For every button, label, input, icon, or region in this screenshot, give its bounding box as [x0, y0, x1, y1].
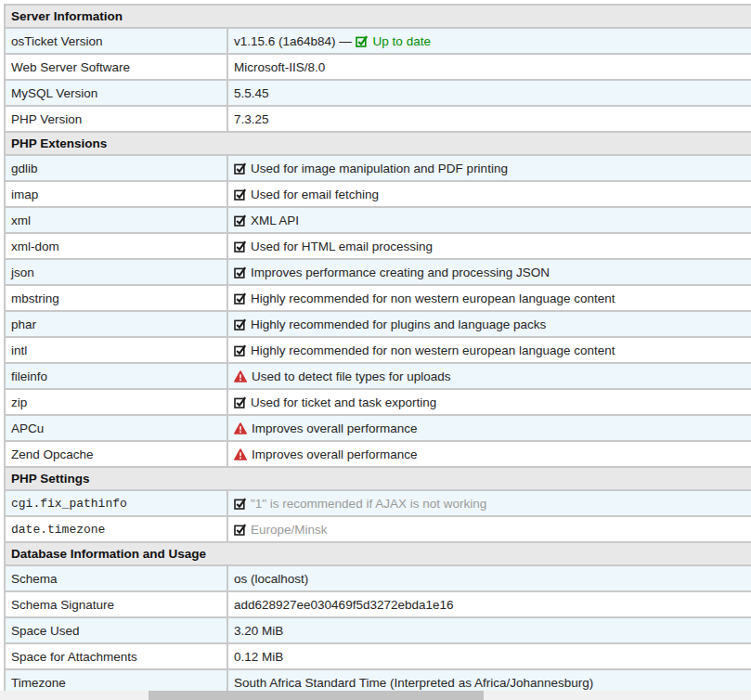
- row-value: os (localhost): [228, 566, 751, 592]
- horizontal-scrollbar-thumb[interactable]: [149, 691, 484, 700]
- row-label: cgi.fix_pathinfo: [6, 491, 228, 517]
- value-text: 0.12 MiB: [234, 650, 283, 664]
- table-row: jsonImproves performance creating and pr…: [6, 260, 751, 286]
- check-icon: [234, 214, 246, 227]
- row-label: Zend Opcache: [6, 442, 228, 468]
- table-row: gdlibUsed for image manipulation and PDF…: [6, 156, 751, 182]
- version-text: v1.15.6 (1a64b84) —: [234, 34, 352, 48]
- row-value: Europe/Minsk: [228, 517, 751, 543]
- row-label: gdlib: [6, 156, 228, 182]
- row-label: PHP Version: [6, 107, 228, 133]
- row-label: date.timezone: [6, 517, 228, 543]
- value-text: Used to detect file types for uploads: [252, 369, 451, 383]
- row-label: MySQL Version: [6, 81, 228, 107]
- table-row: MySQL Version5.5.45: [6, 81, 751, 107]
- row-value: Microsoft-IIS/8.0: [228, 55, 751, 81]
- warning-icon: [234, 448, 247, 460]
- table-row: imapUsed for email fetching: [6, 182, 751, 208]
- table-row: fileinfoUsed to detect file types for up…: [6, 364, 751, 390]
- row-label: fileinfo: [6, 364, 228, 390]
- row-value: Used for ticket and task exporting: [228, 390, 751, 416]
- check-icon: [234, 344, 246, 356]
- check-icon: [234, 497, 246, 510]
- row-value: 5.5.45: [228, 81, 751, 107]
- section-title: PHP Settings: [6, 468, 751, 491]
- check-icon: [234, 162, 246, 175]
- value-text: Improves overall performance: [252, 421, 418, 435]
- check-icon: [234, 266, 246, 279]
- table-row: intlHighly recommended for non western e…: [6, 338, 751, 364]
- table-row: Space for Attachments0.12 MiB: [6, 644, 751, 670]
- value-text: Used for ticket and task exporting: [251, 395, 436, 409]
- check-icon: [234, 395, 246, 408]
- page-content: Server InformationosTicket Versionv1.15.…: [4, 4, 751, 696]
- table-row: date.timezoneEurope/Minsk: [6, 517, 751, 543]
- warning-icon: [234, 422, 247, 434]
- check-icon: [234, 292, 246, 305]
- row-label: Space for Attachments: [6, 644, 228, 670]
- row-value: "1" is recommended if AJAX is not workin…: [228, 491, 751, 517]
- row-value: XML API: [228, 208, 751, 234]
- row-label: APCu: [6, 416, 228, 442]
- value-text: Europe/Minsk: [251, 523, 328, 537]
- table-row: Space Used3.20 MiB: [6, 618, 751, 644]
- row-label: json: [6, 260, 228, 286]
- section-header-row: PHP Extensions: [6, 133, 751, 156]
- check-icon: [234, 240, 246, 253]
- up-to-date-check-icon: [356, 34, 368, 47]
- section-header-row: Server Information: [6, 6, 751, 29]
- row-value: Highly recommended for non western europ…: [228, 286, 751, 312]
- status-text: Up to date: [373, 34, 431, 48]
- row-label: phar: [6, 312, 228, 338]
- value-text: Used for email fetching: [251, 188, 379, 201]
- row-label: mbstring: [6, 286, 228, 312]
- system-information-table: Server InformationosTicket Versionv1.15.…: [4, 4, 751, 696]
- table-row: mbstringHighly recommended for non weste…: [6, 286, 751, 312]
- value-text: Used for image manipulation and PDF prin…: [251, 162, 508, 175]
- row-label: osTicket Version: [6, 29, 228, 55]
- table-row: pharHighly recommended for plugins and l…: [6, 312, 751, 338]
- table-row: xml-domUsed for HTML email processing: [6, 234, 751, 260]
- row-label: Schema Signature: [6, 592, 228, 618]
- section-header-row: Database Information and Usage: [6, 543, 751, 566]
- table-row: APCuImproves overall performance: [6, 416, 751, 442]
- value-text: South Africa Standard Time (Interpreted …: [234, 676, 593, 690]
- row-label: zip: [6, 390, 228, 416]
- value-text: 5.5.45: [234, 86, 269, 100]
- warning-icon: [234, 370, 247, 382]
- row-label: imap: [6, 182, 228, 208]
- value-text: Highly recommended for non western europ…: [251, 344, 615, 357]
- table-row: xmlXML API: [6, 208, 751, 234]
- value-text: Improves overall performance: [252, 447, 418, 461]
- value-text: 7.3.25: [234, 112, 269, 126]
- row-value: Used to detect file types for uploads: [228, 364, 751, 390]
- row-value: Highly recommended for non western europ…: [228, 338, 751, 364]
- table-row: osTicket Versionv1.15.6 (1a64b84) — Up t…: [6, 29, 751, 55]
- row-value: Highly recommended for plugins and langu…: [228, 312, 751, 338]
- table-row: zipUsed for ticket and task exporting: [6, 390, 751, 416]
- table-row: Web Server SoftwareMicrosoft-IIS/8.0: [6, 55, 751, 81]
- row-label: Space Used: [6, 618, 228, 644]
- value-text: Improves performance creating and proces…: [251, 266, 550, 279]
- row-label: Web Server Software: [6, 55, 228, 81]
- check-icon: [234, 318, 246, 331]
- value-text: Used for HTML email processing: [251, 240, 433, 253]
- row-value: Used for email fetching: [228, 182, 751, 208]
- row-value: Used for image manipulation and PDF prin…: [228, 156, 751, 182]
- section-title: Database Information and Usage: [6, 543, 751, 566]
- value-text: add628927ee030469f5d3272ebda1e16: [234, 598, 454, 612]
- check-icon: [234, 523, 246, 536]
- table-row: cgi.fix_pathinfo"1" is recommended if AJ…: [6, 491, 751, 517]
- value-text: Highly recommended for plugins and langu…: [251, 318, 546, 331]
- table-row: Schema Signatureadd628927ee030469f5d3272…: [6, 592, 751, 618]
- section-title: PHP Extensions: [6, 133, 751, 156]
- check-icon: [234, 188, 246, 201]
- section-title: Server Information: [6, 6, 751, 29]
- value-text: os (localhost): [234, 572, 308, 586]
- value-text: Microsoft-IIS/8.0: [234, 60, 325, 74]
- table-row: Zend OpcacheImproves overall performance: [6, 442, 751, 468]
- table-row: PHP Version7.3.25: [6, 107, 751, 133]
- table-row: Schemaos (localhost): [6, 566, 751, 592]
- horizontal-scrollbar[interactable]: [0, 691, 751, 700]
- value-text: Highly recommended for non western europ…: [251, 292, 615, 305]
